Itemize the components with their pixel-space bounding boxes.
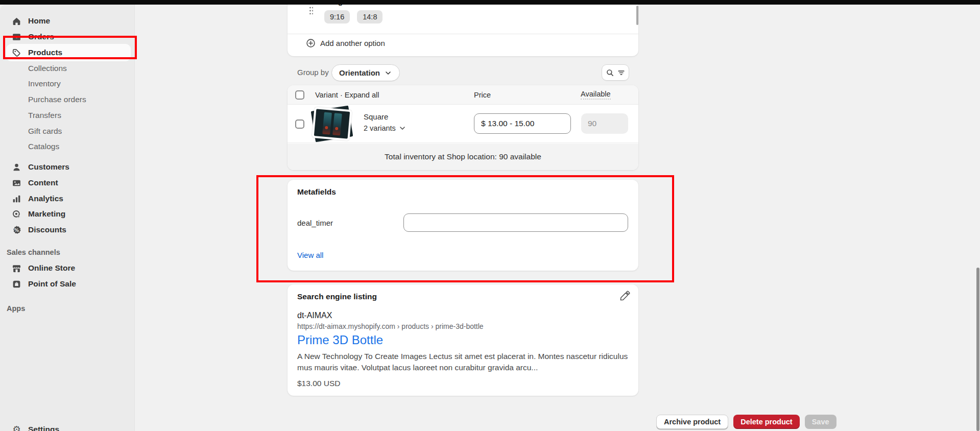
sales-channels-header[interactable]: Sales channels xyxy=(0,245,135,260)
sidebar-item-settings[interactable]: ⚙ Settings xyxy=(0,422,135,431)
option-values: 9:16 14:8 xyxy=(324,10,383,23)
sidebar-item-online-store[interactable]: Online Store xyxy=(0,260,135,276)
footer-actions: Archive product Delete product Save xyxy=(656,415,836,429)
apps-header[interactable]: Apps xyxy=(0,301,135,316)
discounts-icon xyxy=(12,225,21,235)
orders-icon xyxy=(12,32,21,42)
group-by-row: Group by Orientation xyxy=(288,64,638,81)
plus-circle-icon xyxy=(306,38,316,48)
search-icon xyxy=(606,68,614,77)
analytics-icon xyxy=(12,194,21,204)
seo-card: Search engine listing dt-AIMAX https://d… xyxy=(288,284,638,396)
metafields-card: Metafields deal_timer View all xyxy=(288,180,638,271)
sidebar-item-point-of-sale[interactable]: Point of Sale xyxy=(0,276,135,292)
group-by-dropdown[interactable]: Orientation xyxy=(331,64,400,81)
variant-expand-toggle[interactable]: 2 variants xyxy=(364,124,407,132)
total-inventory-text: Total inventory at Shop location: 90 ava… xyxy=(288,143,638,170)
variant-name: Square xyxy=(364,112,388,121)
chevron-down-icon xyxy=(398,124,407,132)
available-column-header[interactable]: Available xyxy=(581,90,611,100)
sidebar-item-analytics[interactable]: Analytics xyxy=(0,191,135,206)
sidebar-item-discounts[interactable]: Discounts xyxy=(0,222,135,237)
seo-page-title-link[interactable]: Prime 3D Bottle xyxy=(297,333,383,347)
variant-thumbnail[interactable] xyxy=(312,107,352,141)
variants-table-card: Variant · Expand all Price Available Squ… xyxy=(288,85,638,170)
seo-url: https://dt-aimax.myshopify.com › product… xyxy=(297,322,484,330)
sidebar-item-catalogs[interactable]: Catalogs xyxy=(0,139,135,154)
inner-scrollbar-thumb[interactable] xyxy=(636,6,638,25)
sidebar-item-home[interactable]: Home xyxy=(0,13,135,29)
variant-row-checkbox[interactable] xyxy=(295,119,304,129)
available-quantity-input[interactable] xyxy=(581,113,628,134)
point-of-sale-icon xyxy=(12,279,21,289)
group-by-label: Group by xyxy=(297,68,329,77)
search-filter-button[interactable] xyxy=(602,64,629,81)
metafield-deal-timer-input[interactable] xyxy=(403,213,628,232)
seo-title: Search engine listing xyxy=(297,292,377,301)
save-button[interactable]: Save xyxy=(805,415,836,429)
sidebar-item-label: Products xyxy=(28,48,62,57)
sidebar-item-gift-cards[interactable]: Gift cards xyxy=(0,124,135,139)
sidebar-item-label: Orders xyxy=(28,32,54,41)
variant-row: Square 2 variants xyxy=(288,105,638,143)
customers-icon xyxy=(12,162,21,172)
view-all-link[interactable]: View all xyxy=(297,251,323,259)
divider xyxy=(288,34,638,34)
gear-icon: ⚙ xyxy=(12,425,21,431)
sidebar-item-customers[interactable]: Customers xyxy=(0,159,135,175)
select-all-checkbox[interactable] xyxy=(295,90,304,100)
home-icon xyxy=(12,16,21,26)
product-options-card: Image Ratio 9:16 14:8 Add another option xyxy=(288,0,638,56)
drag-handle-icon[interactable] xyxy=(309,6,313,14)
archive-product-button[interactable]: Archive product xyxy=(656,415,728,429)
sidebar-item-orders[interactable]: Orders xyxy=(0,29,135,44)
sidebar-item-label: Home xyxy=(28,16,50,26)
add-another-option-button[interactable]: Add another option xyxy=(306,38,385,48)
filter-icon xyxy=(617,68,626,77)
price-column-header: Price xyxy=(474,91,491,99)
window-top-edge xyxy=(0,0,980,5)
sidebar-item-purchase-orders[interactable]: Purchase orders xyxy=(0,92,135,107)
sidebar-item-marketing[interactable]: Marketing xyxy=(0,206,135,222)
option-value-chip[interactable]: 9:16 xyxy=(324,10,350,23)
products-icon xyxy=(12,48,21,58)
sidebar: Home Orders Products Collections Invento… xyxy=(0,5,135,431)
sidebar-item-products[interactable]: Products xyxy=(0,45,135,60)
online-store-icon xyxy=(12,264,21,273)
delete-product-button[interactable]: Delete product xyxy=(733,415,800,429)
metafields-title: Metafields xyxy=(297,187,336,197)
sidebar-item-content[interactable]: Content xyxy=(0,175,135,190)
variants-table-header: Variant · Expand all Price Available xyxy=(288,85,638,105)
price-range-input[interactable] xyxy=(474,113,571,134)
pencil-icon[interactable] xyxy=(619,291,630,302)
seo-site-name: dt-AIMAX xyxy=(297,311,332,320)
sidebar-item-collections[interactable]: Collections xyxy=(0,61,135,76)
marketing-icon xyxy=(12,209,21,219)
option-value-chip[interactable]: 14:8 xyxy=(357,10,383,23)
seo-description: A New Technology To Create Images Lectus… xyxy=(297,351,629,373)
metafield-label: deal_timer xyxy=(297,219,333,227)
chevron-down-icon xyxy=(384,69,392,77)
content-icon xyxy=(12,178,21,188)
sidebar-item-transfers[interactable]: Transfers xyxy=(0,108,135,123)
variant-column-header[interactable]: Variant · Expand all xyxy=(315,91,379,99)
sidebar-item-inventory[interactable]: Inventory xyxy=(0,76,135,91)
page-scrollbar-thumb[interactable] xyxy=(976,268,979,431)
seo-price: $13.00 USD xyxy=(297,379,340,388)
